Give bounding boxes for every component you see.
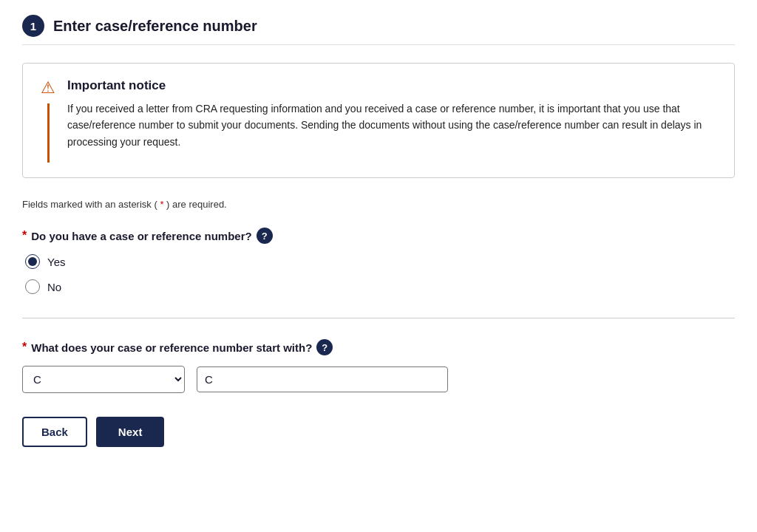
notice-body: If you received a letter from CRA reques…	[67, 100, 716, 150]
next-button[interactable]: Next	[96, 417, 165, 447]
notice-left-column: ⚠	[41, 78, 55, 163]
button-row: Back Next	[22, 417, 735, 447]
radio-no[interactable]	[25, 279, 40, 294]
step-number: 1	[22, 15, 44, 37]
page-title: Enter case/reference number	[53, 18, 257, 35]
reference-number-input[interactable]	[197, 366, 448, 392]
question2-section: * What does your case or reference numbe…	[22, 339, 735, 393]
notice-vertical-line	[47, 103, 50, 163]
required-note: Fields marked with an asterisk ( * ) are…	[22, 199, 735, 210]
radio-group-q1: Yes No	[22, 254, 735, 294]
question1-section: * Do you have a case or reference number…	[22, 228, 735, 294]
page-header: 1 Enter case/reference number	[22, 15, 735, 45]
question1-text: Do you have a case or reference number?	[31, 230, 251, 242]
radio-no-label: No	[47, 281, 61, 293]
section-divider	[22, 318, 735, 318]
warning-icon: ⚠	[41, 78, 55, 98]
reference-inputs: C A B	[22, 366, 735, 393]
back-button[interactable]: Back	[22, 417, 87, 447]
notice-content: Important notice If you received a lette…	[67, 78, 716, 150]
help-icon-q1[interactable]: ?	[257, 228, 273, 244]
radio-no-option[interactable]: No	[25, 279, 735, 294]
question1-label: * Do you have a case or reference number…	[22, 228, 735, 244]
help-icon-q2[interactable]: ?	[316, 339, 333, 355]
question2-text: What does your case or reference number …	[31, 341, 312, 354]
question2-label: * What does your case or reference numbe…	[22, 339, 735, 355]
radio-yes-label: Yes	[47, 256, 65, 268]
required-star-q1: *	[22, 229, 27, 242]
radio-yes[interactable]	[25, 254, 40, 269]
required-star-q2: *	[22, 341, 27, 354]
asterisk-symbol: *	[160, 199, 163, 210]
reference-prefix-select[interactable]: C A B	[22, 366, 185, 393]
notice-heading: Important notice	[67, 78, 716, 93]
important-notice-box: ⚠ Important notice If you received a let…	[22, 63, 735, 178]
radio-yes-option[interactable]: Yes	[25, 254, 735, 269]
